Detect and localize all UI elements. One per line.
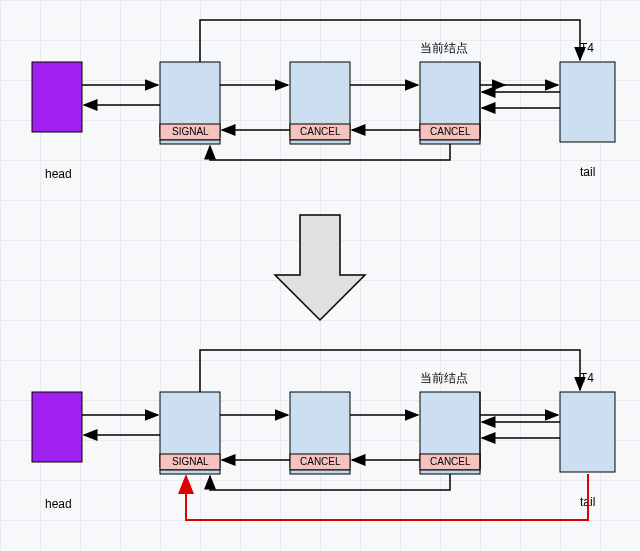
diagram-bottom: head SIGNAL CANCEL 当前结点 CANCEL T4 t (32, 350, 615, 520)
svg-text:CANCEL: CANCEL (430, 456, 471, 467)
arrow-n1-t4-bypass (200, 20, 580, 62)
svg-text:当前结点: 当前结点 (420, 371, 468, 385)
node-signal-b: SIGNAL (160, 392, 220, 474)
t4-label: T4 (580, 41, 594, 55)
head-node (32, 62, 82, 132)
diagram-canvas: head SIGNAL CANCEL 当前结点 CANCEL T4 t (0, 0, 640, 551)
svg-text:T4: T4 (580, 371, 594, 385)
svg-rect-18 (290, 470, 350, 474)
current-node-label: 当前结点 (420, 41, 468, 55)
node-t4: T4 tail (560, 41, 615, 179)
arrow-n3-n1-bypass (210, 144, 450, 160)
red-arrow-t4-n1 (186, 474, 588, 520)
svg-rect-14 (160, 470, 220, 474)
down-arrow-icon (275, 215, 365, 320)
svg-rect-9 (560, 62, 615, 142)
node-cancel-1-b: CANCEL (290, 392, 350, 474)
tail-label: tail (580, 165, 595, 179)
head-label-b: head (45, 497, 72, 511)
svg-rect-25 (560, 392, 615, 472)
status-cancel-1: CANCEL (300, 126, 341, 137)
svg-rect-23 (420, 470, 480, 474)
svg-rect-2 (160, 140, 220, 144)
svg-text:SIGNAL: SIGNAL (172, 456, 209, 467)
node-current-b: 当前结点 CANCEL (420, 371, 480, 474)
node-cancel-1: CANCEL (290, 62, 350, 144)
head-node-b (32, 392, 82, 462)
svg-text:CANCEL: CANCEL (300, 456, 341, 467)
status-signal: SIGNAL (172, 126, 209, 137)
node-current: 当前结点 CANCEL (420, 41, 480, 144)
status-cancel-2: CANCEL (430, 126, 471, 137)
node-signal: SIGNAL (160, 62, 220, 144)
diagram-top: head SIGNAL CANCEL 当前结点 CANCEL T4 t (32, 20, 615, 181)
head-label: head (45, 167, 72, 181)
svg-rect-8 (420, 140, 480, 144)
svg-rect-5 (290, 140, 350, 144)
